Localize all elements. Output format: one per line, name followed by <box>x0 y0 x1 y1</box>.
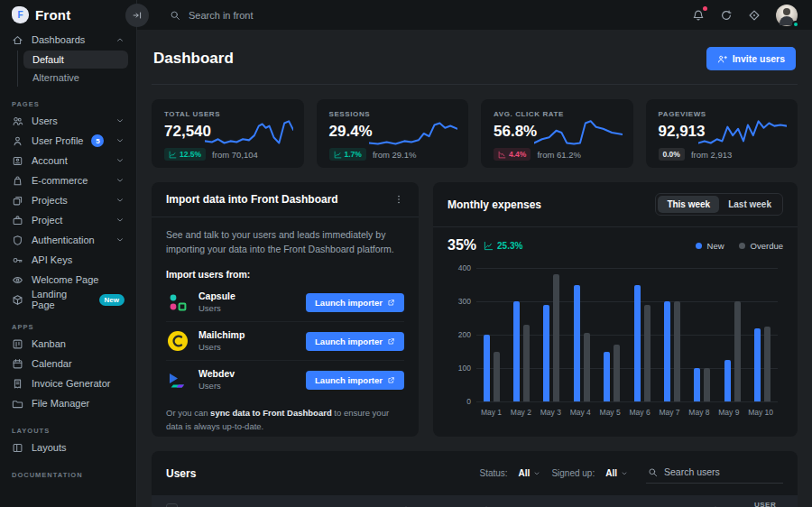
apps-button[interactable] <box>748 9 761 22</box>
bar-new[interactable] <box>664 301 670 401</box>
launch-importer-button[interactable]: Launch importer <box>306 371 404 390</box>
sidebar-nav: DashboardsDefaultAlternativePAGESUsersUs… <box>0 30 136 479</box>
sidebar-item-dashboards[interactable]: Dashboards <box>0 30 136 50</box>
bar-new[interactable] <box>543 305 549 401</box>
mid-row: Import data into Front Dashboard See and… <box>152 182 798 437</box>
bar-new[interactable] <box>754 328 761 401</box>
status-filter-label: Status: <box>479 468 507 478</box>
apps-diamond-icon <box>748 9 761 22</box>
y-axis-tick: 200 <box>448 330 471 339</box>
count-badge: 5 <box>91 134 104 147</box>
bar-overdue[interactable] <box>494 352 500 402</box>
bar-new[interactable] <box>634 285 641 402</box>
sidebar-collapse-button[interactable] <box>125 4 149 27</box>
search-input[interactable] <box>189 10 414 21</box>
toggle-last-week[interactable]: Last week <box>719 196 780 213</box>
page-header: Dashboard Invite users <box>152 39 798 85</box>
signedup-filter-dropdown[interactable]: All <box>605 468 628 478</box>
bar-overdue[interactable] <box>584 333 590 401</box>
status-filter-dropdown[interactable]: All <box>519 468 541 478</box>
bar-overdue[interactable] <box>704 368 710 401</box>
sidebar-item-project[interactable]: Project <box>0 210 136 230</box>
notifications-button[interactable] <box>692 9 705 22</box>
column-header-user-id[interactable]: USER ID <box>754 501 787 507</box>
sync-data-link[interactable]: sync data to Front Dashboard <box>210 408 332 418</box>
bar-group-may-6 <box>634 268 651 401</box>
bar-new[interactable] <box>724 360 731 401</box>
id-card-icon <box>12 155 23 167</box>
dashboards-submenu: DefaultAlternative <box>17 51 136 87</box>
users-card: Users Status: All Signed up: All <box>152 451 798 507</box>
sidebar-item-landing-page[interactable]: Landing PageNew <box>0 290 136 309</box>
toggle-this-week[interactable]: This week <box>658 196 719 213</box>
stat-card-4: PAGEVIEWS92,9130.0%from 2,913 <box>646 99 798 168</box>
sidebar-item-label: Projects <box>32 195 68 206</box>
bar-new[interactable] <box>484 335 490 401</box>
select-all-checkbox[interactable] <box>166 503 178 507</box>
sidebar-item-file-manager[interactable]: File Manager <box>0 393 136 413</box>
sidebar-item-api-keys[interactable]: API Keys <box>0 250 136 270</box>
users-card-title: Users <box>166 467 196 480</box>
bar-overdue[interactable] <box>674 301 680 401</box>
chart-up-icon <box>334 151 342 159</box>
sidebar-item-account[interactable]: Account <box>0 151 136 171</box>
launch-importer-button[interactable]: Launch importer <box>306 332 404 351</box>
import-source-webdev: WebdevUsersLaunch importer <box>166 360 404 399</box>
bar-overdue[interactable] <box>523 325 530 401</box>
sidebar-item-kanban[interactable]: Kanban <box>0 334 136 354</box>
mailchimp-logo-icon <box>166 329 189 353</box>
bar-overdue[interactable] <box>644 305 651 401</box>
sidebar-item-invoice-generator[interactable]: Invoice Generator <box>0 373 136 393</box>
bar-overdue[interactable] <box>764 327 770 401</box>
users-search-input[interactable] <box>664 466 772 477</box>
legend-overdue[interactable]: Overdue <box>739 241 783 251</box>
chart-bars <box>476 268 778 401</box>
search-icon <box>648 467 658 477</box>
search-icon <box>170 10 180 21</box>
legend-new[interactable]: New <box>696 241 724 251</box>
sidebar-item-user-profile[interactable]: User Profile5 <box>0 131 136 151</box>
legend-dot <box>696 243 702 249</box>
bar-new[interactable] <box>513 301 520 401</box>
import-card-title: Import data into Front Dashboard <box>166 193 338 206</box>
sidebar-item-layouts[interactable]: Layouts <box>0 438 136 457</box>
sidebar-item-authentication[interactable]: Authentication <box>0 230 136 250</box>
bar-overdue[interactable] <box>614 345 620 401</box>
bar-overdue[interactable] <box>734 301 741 401</box>
import-card-header: Import data into Front Dashboard <box>152 182 419 217</box>
x-axis-tick: May 1 <box>481 408 502 417</box>
briefcase-icon <box>12 215 23 226</box>
sidebar-subitem-alternative[interactable]: Alternative <box>23 69 128 87</box>
sidebar-item-welcome-page[interactable]: Welcome Page <box>0 270 136 290</box>
external-link-icon <box>387 376 395 384</box>
bar-overdue[interactable] <box>553 274 559 401</box>
x-axis-tick: May 5 <box>600 408 621 417</box>
invite-users-button[interactable]: Invite users <box>706 47 796 70</box>
avatar[interactable] <box>776 5 798 26</box>
sidebar-item-label: Calendar <box>32 358 72 369</box>
front-logo[interactable]: F Front <box>0 0 136 30</box>
users-search <box>646 463 783 484</box>
sidebar-item-calendar[interactable]: Calendar <box>0 354 136 373</box>
bar-new[interactable] <box>604 352 610 402</box>
bar-new[interactable] <box>574 285 580 402</box>
bar-new[interactable] <box>694 368 700 401</box>
x-axis-tick: May 3 <box>540 408 561 417</box>
sidebar-item-users[interactable]: Users <box>0 111 136 131</box>
refresh-icon <box>720 9 733 22</box>
bar-group-may-1 <box>484 268 500 401</box>
webdev-logo-icon <box>166 368 189 392</box>
app-root: F Front DashboardsDefaultAlternativePAGE… <box>0 0 812 507</box>
external-link-icon <box>387 299 395 307</box>
sidebar-item-e-commerce[interactable]: E-commerce <box>0 171 136 190</box>
chart-down-icon <box>498 151 506 159</box>
sidebar-collapse-icon <box>132 10 143 21</box>
sidebar-item-projects[interactable]: Projects <box>0 190 136 210</box>
activity-button[interactable] <box>720 9 733 22</box>
launch-importer-button[interactable]: Launch importer <box>306 293 404 312</box>
chevron-down-icon <box>115 196 125 205</box>
sidebar-subitem-default[interactable]: Default <box>23 51 128 69</box>
kebab-menu-icon[interactable] <box>393 194 404 205</box>
sidebar-item-label: Dashboards <box>32 34 85 45</box>
source-type: Users <box>198 342 245 353</box>
